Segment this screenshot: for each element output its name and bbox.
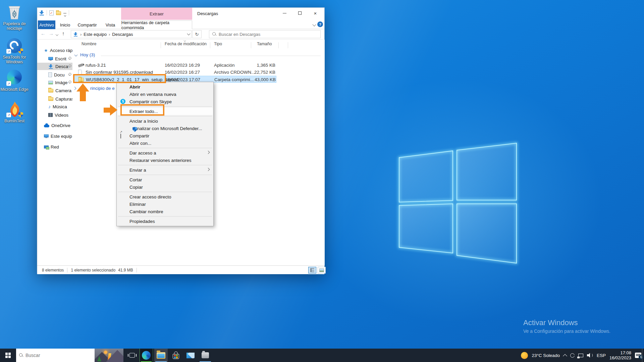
sidebar-item-escritorio[interactable]: Escrit <box>37 55 72 62</box>
group-collapse-chevron-icon[interactable] <box>74 53 78 57</box>
taskbar-app-button[interactable] <box>199 349 212 362</box>
details-view-button[interactable] <box>308 267 316 274</box>
address-bar[interactable]: › Este equipo › Descargas <box>71 30 192 38</box>
windows-logo-icon <box>5 353 11 358</box>
taskbar-mail-button[interactable] <box>184 349 197 362</box>
menu-item-analizar-con-defender[interactable]: Analizar con Microsoft Defender... <box>117 125 213 132</box>
close-button[interactable]: × <box>308 8 323 18</box>
menu-item-anclar-a-inicio[interactable]: Anclar a Inicio <box>117 117 213 125</box>
tray-overflow-chevron-icon[interactable] <box>563 354 567 358</box>
taskbar-edge-button[interactable] <box>140 349 153 362</box>
menu-item-abrir[interactable]: Abrir <box>117 83 213 90</box>
desktop-icon-recycle-bin[interactable]: Papelera de reciclaje <box>0 4 29 31</box>
tab-compartir[interactable]: Compartir <box>76 20 98 29</box>
task-view-button[interactable] <box>125 349 139 362</box>
column-resize-handle[interactable] <box>288 42 288 48</box>
mail-icon <box>186 353 195 358</box>
column-resize-handle[interactable] <box>251 42 251 48</box>
shortcut-arrow-icon: ↗ <box>6 81 11 86</box>
sidebar-item-videos[interactable]: Videos <box>37 111 72 119</box>
recent-locations-chevron-icon[interactable] <box>56 33 58 36</box>
menu-item-enviar-a[interactable]: Enviar a <box>117 166 213 174</box>
menu-item-crear-acceso-directo[interactable]: Crear acceso directo <box>117 193 213 200</box>
search-icon <box>212 32 217 37</box>
sidebar-item-onedrive[interactable]: OneDrive <box>37 122 72 129</box>
weather-text[interactable]: 23°C Soleado <box>532 353 559 358</box>
desktop-icon-seatools[interactable]: ↗ SeaTools for Windows <box>0 38 29 64</box>
sidebar-item-red[interactable]: Red <box>37 143 72 150</box>
taskbar-explorer-button[interactable] <box>154 349 168 362</box>
sidebar-item-descargas[interactable]: Desca <box>37 63 72 70</box>
tray-ring-icon[interactable] <box>570 353 575 358</box>
menu-item-cortar[interactable]: Cortar <box>117 176 213 183</box>
show-desktop-button[interactable] <box>642 349 644 362</box>
sidebar-item-acceso-rapido[interactable]: ★ Acceso ráp <box>37 47 72 54</box>
desktop-icon <box>48 57 53 60</box>
task-view-icon <box>129 353 135 358</box>
menu-item-abrir-con[interactable]: Abrir con... <box>117 139 213 147</box>
network-icon <box>44 145 49 148</box>
column-resize-handle[interactable] <box>161 42 161 48</box>
weather-sun-icon[interactable] <box>521 352 528 359</box>
language-indicator[interactable]: ESP <box>597 353 606 358</box>
column-header-fecha[interactable]: Fecha de modificación <box>165 42 207 46</box>
refresh-button[interactable]: ↻ <box>192 30 202 38</box>
address-dropdown-chevron-icon[interactable] <box>187 32 191 36</box>
menu-item-dar-acceso-a[interactable]: Dar acceso a <box>117 149 213 157</box>
sidebar-item-imagenes[interactable]: Imáge <box>37 79 72 86</box>
tab-vista[interactable]: Vista <box>103 20 118 29</box>
sidebar-item-documentos[interactable]: Docu <box>37 71 72 78</box>
sidebar-item-este-equipo[interactable]: Este equip <box>37 132 72 140</box>
sidebar-item-camera[interactable]: Camera <box>37 87 72 94</box>
breadcrumb-este-equipo[interactable]: Este equipo <box>82 32 108 37</box>
tab-archivo[interactable]: Archivo <box>38 20 55 29</box>
column-header-nombre[interactable]: Nombre <box>82 42 96 46</box>
sidebar-item-capturas[interactable]: Capturas <box>37 95 72 103</box>
group-header-hoy[interactable]: Hoy (3) <box>80 52 95 57</box>
breadcrumb-descargas[interactable]: Descargas <box>111 32 134 37</box>
properties-icon[interactable] <box>49 10 54 15</box>
column-header-tamano[interactable]: Tamaño <box>257 42 272 46</box>
group-expand-chevron-icon[interactable] <box>73 87 76 90</box>
menu-item-cambiar-nombre[interactable]: Cambiar nombre <box>117 208 213 215</box>
new-folder-icon[interactable] <box>56 11 61 15</box>
taskbar-search-box[interactable] <box>16 349 123 362</box>
tab-herramientas-carpeta-comprimida[interactable]: Herramientas de carpeta comprimida <box>121 20 192 29</box>
sidebar-item-musica[interactable]: ♪ Música <box>37 103 72 110</box>
group-header-partial[interactable]: rincipio de e <box>90 86 115 91</box>
thumbnails-view-button[interactable] <box>318 267 326 274</box>
clock[interactable]: 17:08 16/02/2023 <box>609 350 631 360</box>
up-button[interactable]: ↑ <box>62 31 65 36</box>
minimize-button[interactable] <box>277 8 292 18</box>
volume-icon[interactable] <box>587 353 593 358</box>
search-box[interactable] <box>209 30 321 38</box>
expand-ribbon-chevron-icon[interactable] <box>312 22 316 26</box>
action-center-icon[interactable]: 6 <box>635 353 641 358</box>
menu-item-copiar[interactable]: Copiar <box>117 183 213 191</box>
search-input[interactable] <box>219 32 320 37</box>
start-button[interactable] <box>0 349 16 362</box>
back-button[interactable]: ← <box>41 31 46 36</box>
forward-button[interactable]: → <box>49 31 54 36</box>
menu-item-abrir-en-ventana-nueva[interactable]: Abrir en ventana nueva <box>117 90 213 98</box>
skype-icon: S <box>120 99 125 104</box>
help-button[interactable]: ? <box>317 21 323 27</box>
customize-toolbar-chevron-icon[interactable] <box>63 13 66 13</box>
column-resize-handle[interactable] <box>210 42 210 48</box>
column-resize-handle[interactable] <box>278 42 279 48</box>
desktop-icon-burnintest[interactable]: ↗ BurnInTest <box>0 101 29 123</box>
menu-item-eliminar[interactable]: Eliminar <box>117 200 213 208</box>
tab-inicio[interactable]: Inicio <box>58 20 72 29</box>
search-highlight-image[interactable] <box>95 349 123 362</box>
network-tray-icon[interactable] <box>578 354 583 357</box>
maximize-button[interactable] <box>292 8 308 18</box>
menu-item-compartir[interactable]: Compartir <box>117 132 213 139</box>
shortcut-arrow-icon: ↗ <box>6 113 11 117</box>
menu-item-restaurar-versiones[interactable]: Restaurar versiones anteriores <box>117 157 213 164</box>
file-row-rufus[interactable]: rufus-3.21 16/02/2023 16:29 Aplicación 1… <box>72 62 280 69</box>
column-header-tipo[interactable]: Tipo <box>214 42 222 46</box>
menu-item-propiedades[interactable]: Propiedades <box>117 218 213 225</box>
folder-icon <box>48 97 53 101</box>
desktop-icon-edge[interactable]: ↗ Microsoft Edge <box>0 69 29 92</box>
taskbar-store-button[interactable] <box>169 349 182 362</box>
